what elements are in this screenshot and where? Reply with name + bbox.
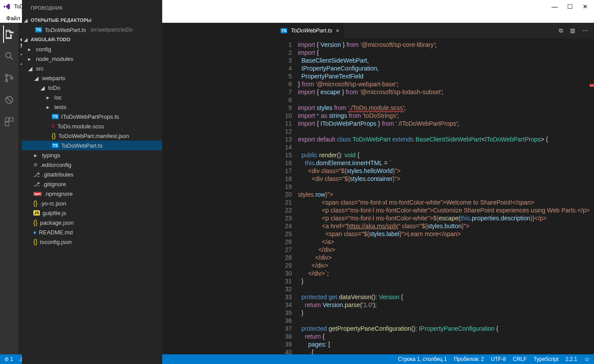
- error-marker[interactable]: [590, 84, 594, 87]
- svg-point-3: [11, 77, 13, 79]
- svg-rect-6: [10, 118, 13, 121]
- close-button[interactable]: ✕: [583, 3, 588, 10]
- folder-todo[interactable]: ◢toDo: [22, 83, 162, 92]
- editor-area: TS ToDoWebPart.ts × ⧉ ▥ ⋯ 12345678910111…: [276, 23, 594, 354]
- split-editor-icon[interactable]: ⧉: [559, 27, 563, 34]
- file-package[interactable]: {}package.json: [22, 218, 162, 227]
- menu-file[interactable]: Файл: [3, 14, 24, 23]
- svg-point-0: [6, 53, 11, 58]
- ts-file-icon: TS: [52, 114, 59, 119]
- file-scss[interactable]: #ToDo.module.scss: [22, 121, 162, 131]
- maximize-button[interactable]: ☐: [567, 3, 573, 10]
- folder-tests[interactable]: ▸tests: [22, 102, 162, 112]
- sidebar-title: ПРОВОДНИК: [22, 0, 162, 15]
- folder-webparts[interactable]: ◢webparts: [22, 73, 162, 83]
- tab-bar: TS ToDoWebPart.ts × ⧉ ▥ ⋯: [276, 23, 594, 38]
- folder-loc[interactable]: ▸loc: [22, 92, 162, 102]
- git-file-icon: ⎇: [33, 171, 40, 178]
- open-editors-header[interactable]: ◢ОТКРЫТЫЕ РЕДАКТОРЫ: [22, 15, 162, 25]
- status-eol[interactable]: CRLF: [513, 356, 526, 362]
- status-errors[interactable]: ⊘ 1: [4, 356, 13, 362]
- svg-rect-7: [5, 122, 9, 126]
- ts-file-icon: TS: [281, 28, 288, 33]
- status-version[interactable]: 2.2.1: [566, 356, 577, 362]
- source-control-icon[interactable]: [3, 72, 15, 84]
- tab-active[interactable]: TS ToDoWebPart.ts ×: [276, 23, 344, 38]
- json-file-icon: {}: [33, 238, 37, 245]
- file-gitignore[interactable]: ⎇.gitignore: [22, 179, 162, 189]
- sidebar: ПРОВОДНИК ◢ОТКРЫТЫЕ РЕДАКТОРЫ TS ToDoWeb…: [22, 0, 162, 364]
- explorer-icon[interactable]: [3, 28, 15, 40]
- file-iprops[interactable]: TSIToDoWebPartProps.ts: [22, 112, 162, 121]
- vscode-icon: [4, 3, 11, 10]
- json-file-icon: {}: [52, 132, 56, 139]
- code-body[interactable]: import { Version } from '@microsoft/sp-c…: [298, 38, 590, 354]
- debug-icon[interactable]: [3, 94, 15, 106]
- status-spaces[interactable]: Пробелов: 2: [454, 356, 484, 362]
- search-icon[interactable]: [3, 50, 15, 62]
- minimize-button[interactable]: —: [551, 3, 558, 10]
- file-editorconfig[interactable]: ⚙.editorconfig: [22, 160, 162, 170]
- file-main-active[interactable]: TSToDoWebPart.ts: [22, 141, 162, 150]
- layout-icon[interactable]: ▥: [570, 27, 575, 34]
- ts-file-icon: TS: [35, 27, 42, 32]
- scss-file-icon: #: [52, 123, 55, 129]
- file-manifest[interactable]: {}ToDoWebPart.manifest.json: [22, 131, 162, 141]
- folder-typings[interactable]: ▸typings: [22, 150, 162, 160]
- ts-file-icon: TS: [52, 143, 59, 148]
- md-file-icon: ♦: [33, 229, 36, 236]
- folder-node-modules[interactable]: ▸node_modules: [22, 54, 162, 64]
- file-gulpfile[interactable]: JSgulpfile.js: [22, 208, 162, 218]
- line-gutter: 1234567891011121314151617181920212223242…: [276, 38, 298, 354]
- svg-point-2: [5, 80, 7, 82]
- npm-file-icon: npm: [33, 192, 42, 196]
- more-actions-icon[interactable]: ⋯: [582, 27, 588, 34]
- folder-config[interactable]: ▸config: [22, 44, 162, 54]
- file-yorc[interactable]: {}.yo-rc.json: [22, 198, 162, 208]
- extensions-icon[interactable]: [3, 116, 15, 128]
- config-file-icon: ⚙: [33, 162, 38, 168]
- js-file-icon: JS: [33, 210, 40, 216]
- json-file-icon: {}: [33, 219, 37, 226]
- file-npmignore[interactable]: npm.npmignore: [22, 189, 162, 198]
- tab-label: ToDoWebPart.ts: [291, 27, 332, 34]
- minimap[interactable]: [590, 38, 594, 354]
- file-readme[interactable]: ♦README.md: [22, 227, 162, 237]
- json-file-icon: {}: [33, 200, 37, 207]
- git-file-icon: ⎇: [33, 181, 40, 187]
- project-header[interactable]: ◢ANGULAR-TODO: [22, 35, 162, 44]
- open-editor-item[interactable]: TS ToDoWebPart.ts src\webparts\toDo: [22, 25, 162, 35]
- status-language[interactable]: TypeScript: [534, 356, 558, 362]
- status-encoding[interactable]: UTF-8: [491, 356, 506, 362]
- svg-point-1: [5, 74, 7, 77]
- activity-bar: [0, 23, 18, 354]
- folder-src[interactable]: ◢src: [22, 64, 162, 73]
- status-position[interactable]: Строка 1, столбец 1: [398, 356, 447, 362]
- file-tsconfig[interactable]: {}tsconfig.json: [22, 237, 162, 247]
- file-gitattributes[interactable]: ⎇.gitattributes: [22, 170, 162, 179]
- svg-rect-5: [5, 118, 9, 121]
- code-editor[interactable]: 1234567891011121314151617181920212223242…: [276, 38, 594, 354]
- close-tab-icon[interactable]: ×: [336, 27, 339, 34]
- feedback-icon[interactable]: ☺: [584, 356, 590, 362]
